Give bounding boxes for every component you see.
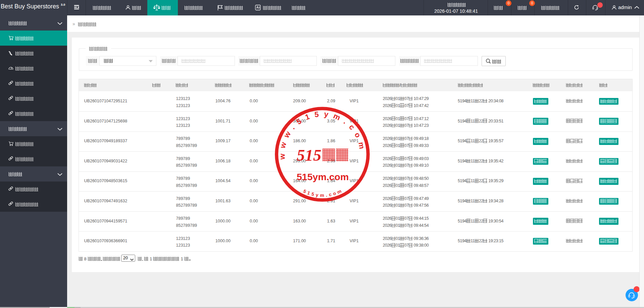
svg-text:www.515ym.com: www.515ym.com [278,110,367,160]
svg-text:515ym.com: 515ym.com [297,171,349,182]
svg-text:515: 515 [297,146,321,164]
